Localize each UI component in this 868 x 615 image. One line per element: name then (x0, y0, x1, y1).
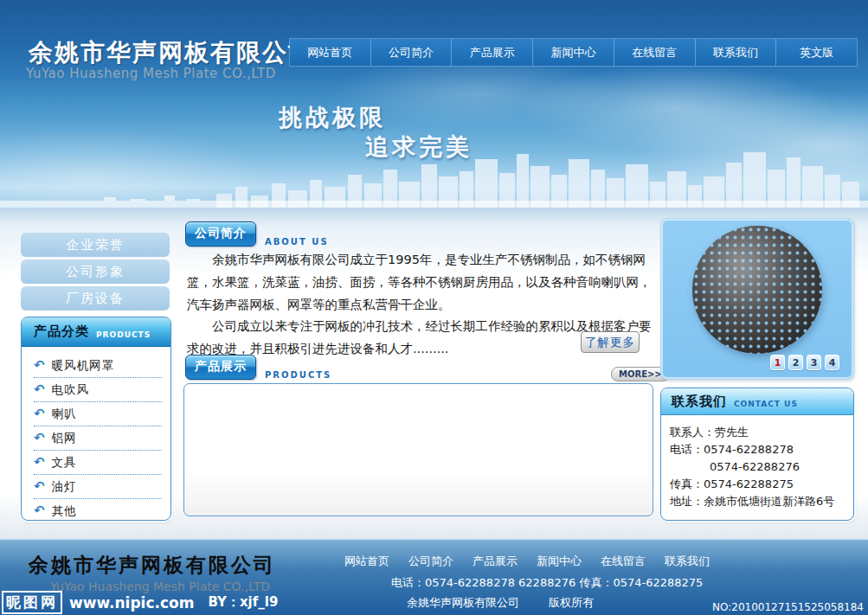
nav-item-english[interactable]: 英文版 (776, 39, 857, 66)
category-label: 暖风机网罩 (52, 358, 115, 374)
category-item-stationery[interactable]: ↶ 文具 (34, 451, 162, 475)
page: 余姚市华声网板有限公司 YuYao Huasheng Mesh Plate CO… (0, 0, 868, 615)
sidebar-item-company-image[interactable]: 公司形象 (21, 259, 170, 284)
company-logo-subtitle: YuYao Huasheng Mesh Plate CO.,LTD (26, 66, 276, 81)
company-logo-title: 余姚市华声网板有限公司 (29, 36, 314, 69)
product-category-list: ↶ 暖风机网罩 ↶ 电吹风 ↶ 喇叭 ↶ 铝网 ↶ 文具 (22, 347, 170, 521)
nav-item-news[interactable]: 新闻中心 (533, 39, 614, 66)
watermark-serial-number: NO:20100127151525058184 (712, 601, 864, 613)
footer-phone-line: 电话：0574-62288278 62288276 传真：0574-622882… (391, 575, 703, 591)
footer-nav-news[interactable]: 新闻中心 (537, 554, 582, 569)
products-section-header: 产品展示 PRODUCTS (185, 355, 331, 380)
contact-address: 地址：余姚市低塘街道新洋路6号 (670, 493, 846, 510)
footer-copyright-text: 版权所有 (549, 596, 594, 609)
footer: 余姚市华声网板有限公司 YuYao Huasheng Mesh Plate CO… (0, 538, 868, 615)
page-button-1[interactable]: 1 (770, 355, 785, 370)
panel-title: 产品分类 (34, 324, 89, 340)
intro-paragraph-1: 余姚市华声网板有限公司成立于1995年，是专业生产不锈钢制品，如不锈钢网篮，水果… (187, 249, 656, 316)
category-label: 喇叭 (52, 407, 77, 422)
product-category-panel: 产品分类 PRODUCTS ↶ 暖风机网罩 ↶ 电吹风 ↶ 喇叭 ↶ (21, 317, 171, 521)
contact-details: 联系人：劳先生 电话：0574-62288278 0574-62288276 传… (661, 415, 853, 510)
watermark-site-name: 昵图网 (2, 591, 62, 614)
category-item-hair-dryer[interactable]: ↶ 电吹风 (34, 378, 162, 402)
products-title-button[interactable]: 产品展示 (185, 355, 256, 380)
product-display-area (183, 383, 653, 516)
category-label: 其他 (52, 503, 77, 519)
footer-nav-products[interactable]: 产品展示 (473, 554, 518, 569)
sidebar-item-factory-equipment[interactable]: 厂房设备 (21, 286, 170, 311)
product-image-slider: 1 2 3 4 (660, 218, 854, 380)
nav-item-contact[interactable]: 联系我们 (696, 39, 777, 66)
nav-item-home[interactable]: 网站首页 (290, 39, 371, 66)
curved-arrow-icon: ↶ (34, 407, 45, 420)
category-label: 电吹风 (52, 382, 90, 398)
contact-us-panel: 联系我们 CONTACT US 联系人：劳先生 电话：0574-62288278… (660, 388, 854, 521)
footer-copyright-name: 余姚华声网板有限公司 (407, 596, 519, 609)
nav-item-about[interactable]: 公司简介 (371, 39, 453, 66)
category-item-aluminum-mesh[interactable]: ↶ 铝网 (34, 426, 162, 451)
nav-item-message[interactable]: 在线留言 (614, 39, 696, 66)
hero-banner: 余姚市华声网板有限公司 YuYao Huasheng Mesh Plate CO… (0, 0, 868, 208)
category-item-speaker[interactable]: ↶ 喇叭 (34, 402, 162, 426)
sidebar-item-honors[interactable]: 企业荣誉 (21, 233, 170, 257)
page-button-2[interactable]: 2 (788, 355, 803, 370)
watermark-author: BY：xjf_l9 (208, 594, 278, 611)
banner-slogan-line1: 挑战极限 (279, 102, 386, 133)
category-label: 油灯 (52, 479, 77, 495)
footer-copyright: 余姚华声网板有限公司版权所有 (407, 595, 594, 611)
contact-title: 联系我们 (672, 394, 727, 410)
category-item-heater-mesh[interactable]: ↶ 暖风机网罩 (34, 354, 162, 378)
footer-company-name: 余姚市华声网板有限公司 (29, 552, 276, 579)
curved-arrow-icon: ↶ (34, 504, 45, 517)
slider-pagination: 1 2 3 4 (770, 355, 839, 370)
curved-arrow-icon: ↶ (34, 432, 45, 445)
contact-subtitle: CONTACT US (734, 400, 798, 408)
page-button-4[interactable]: 4 (825, 355, 839, 370)
main-navigation: 网站首页 公司简介 产品展示 新闻中心 在线留言 联系我们 英文版 (290, 39, 857, 66)
footer-nav-about[interactable]: 公司简介 (408, 554, 453, 569)
about-subtitle: ABOUT US (265, 237, 329, 247)
curved-arrow-icon: ↶ (34, 383, 45, 396)
watermark-url: www.nipic.com (69, 594, 194, 612)
banner-slogan-line2: 追求完美 (365, 131, 473, 163)
category-label: 文具 (52, 455, 77, 471)
products-subtitle: PRODUCTS (265, 370, 331, 380)
nav-item-products[interactable]: 产品展示 (452, 39, 533, 66)
contact-phone-2: 0574-62288276 (670, 458, 846, 476)
page-button-3[interactable]: 3 (807, 355, 821, 370)
curved-arrow-icon: ↶ (34, 456, 45, 469)
contact-panel-header: 联系我们 CONTACT US (661, 388, 853, 415)
about-section-header: 公司简介 ABOUT US (185, 221, 329, 247)
footer-nav-home[interactable]: 网站首页 (344, 554, 389, 569)
product-category-header: 产品分类 PRODUCTS (22, 317, 170, 347)
contact-fax: 传真：0574-62288275 (670, 476, 846, 493)
main-content: 企业荣誉 公司形象 厂房设备 产品分类 PRODUCTS ↶ 暖风机网罩 ↶ 电… (0, 208, 868, 538)
category-label: 铝网 (52, 431, 77, 446)
nipic-watermark: 昵图网 www.nipic.com BY：xjf_l9 (2, 591, 278, 614)
category-item-oil-lamp[interactable]: ↶ 油灯 (34, 475, 162, 499)
contact-phone-1: 电话：0574-62288278 (670, 441, 846, 458)
curved-arrow-icon: ↶ (34, 480, 45, 493)
panel-subtitle: PRODUCTS (96, 330, 151, 339)
contact-person: 联系人：劳先生 (670, 424, 846, 441)
about-title-button[interactable]: 公司简介 (185, 221, 256, 247)
curved-arrow-icon: ↶ (34, 359, 45, 372)
learn-more-button[interactable]: 了解更多 (581, 331, 640, 353)
footer-navigation: 网站首页 公司简介 产品展示 新闻中心 在线留言 联系我们 (344, 554, 710, 569)
product-image-mesh-dome (692, 226, 822, 354)
footer-nav-contact[interactable]: 联系我们 (665, 554, 710, 569)
category-item-other[interactable]: ↶ 其他 (34, 499, 162, 521)
footer-nav-message[interactable]: 在线留言 (601, 554, 646, 569)
